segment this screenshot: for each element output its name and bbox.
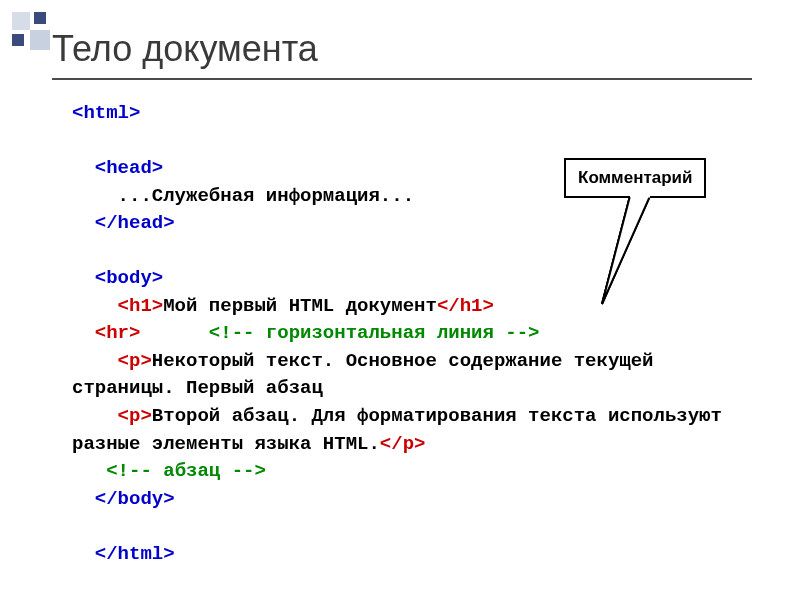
tag-html-close: </html> bbox=[95, 543, 175, 565]
tag-head-close: </head> bbox=[95, 212, 175, 234]
head-content: ...Служебная информация... bbox=[118, 185, 414, 207]
tag-h1-open: <h1> bbox=[118, 295, 164, 317]
comment-callout: Комментарий bbox=[564, 158, 706, 198]
title-underline bbox=[52, 78, 752, 80]
tag-h1-close: </h1> bbox=[437, 295, 494, 317]
tag-html-open: <html> bbox=[72, 102, 140, 124]
callout-label: Комментарий bbox=[564, 158, 706, 198]
tag-p2-open: <p> bbox=[118, 405, 152, 427]
tag-body-open: <body> bbox=[95, 267, 163, 289]
svg-marker-0 bbox=[602, 196, 650, 304]
slide-corner-decoration bbox=[12, 12, 54, 54]
tag-p1-open: <p> bbox=[118, 350, 152, 372]
tag-p2-close: </p> bbox=[380, 433, 426, 455]
tag-body-close: </body> bbox=[95, 488, 175, 510]
comment-hr: <!-- горизонтальная линия --> bbox=[209, 322, 540, 344]
callout-arrow-icon bbox=[594, 196, 674, 316]
comment-paragraph: <!-- абзац --> bbox=[106, 460, 266, 482]
p1-text: Некоторый текст. Основное содержание тек… bbox=[72, 350, 665, 400]
slide-title: Тело документа bbox=[52, 28, 318, 70]
tag-hr: <hr> bbox=[95, 322, 141, 344]
h1-text: Мой первый HTML документ bbox=[163, 295, 437, 317]
tag-head-open: <head> bbox=[95, 157, 163, 179]
